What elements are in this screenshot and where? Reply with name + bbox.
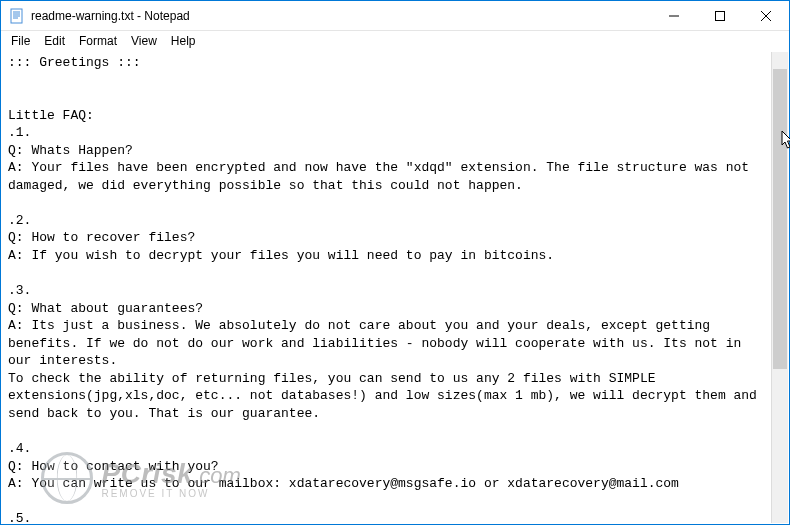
menu-format[interactable]: Format [73, 33, 123, 49]
window-title: readme-warning.txt - Notepad [31, 9, 190, 23]
menubar: File Edit Format View Help [1, 31, 789, 51]
notepad-window: readme-warning.txt - Notepad File Edit F… [0, 0, 790, 525]
text-content[interactable]: ::: Greetings ::: Little FAQ: .1. Q: Wha… [2, 52, 771, 523]
close-icon [761, 11, 771, 21]
vertical-scrollbar[interactable] [771, 52, 788, 523]
close-button[interactable] [743, 1, 789, 31]
menu-file[interactable]: File [5, 33, 36, 49]
menu-view[interactable]: View [125, 33, 163, 49]
minimize-button[interactable] [651, 1, 697, 31]
maximize-icon [715, 11, 725, 21]
titlebar[interactable]: readme-warning.txt - Notepad [1, 1, 789, 31]
minimize-icon [669, 11, 679, 21]
maximize-button[interactable] [697, 1, 743, 31]
menu-edit[interactable]: Edit [38, 33, 71, 49]
svg-rect-6 [716, 11, 725, 20]
editor-area: ::: Greetings ::: Little FAQ: .1. Q: Wha… [2, 52, 788, 523]
notepad-app-icon [9, 8, 25, 24]
scrollbar-thumb[interactable] [773, 69, 787, 369]
menu-help[interactable]: Help [165, 33, 202, 49]
